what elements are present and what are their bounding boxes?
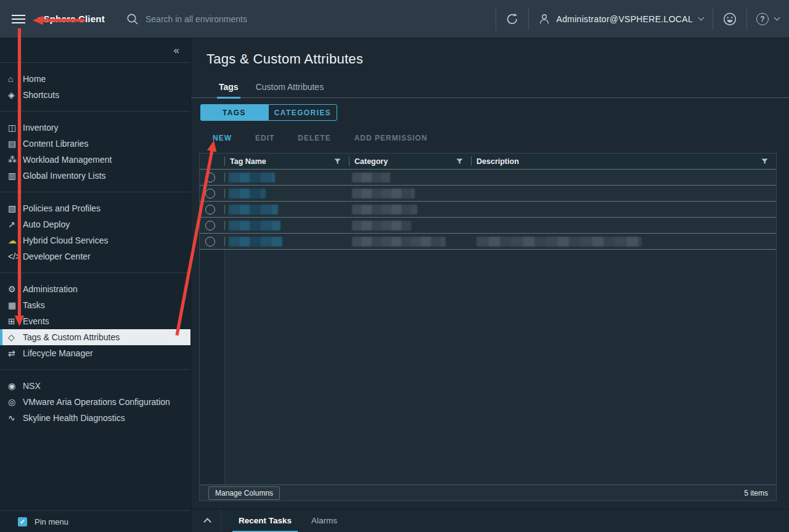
tasks-tab-recent-tasks[interactable]: Recent Tasks (229, 509, 301, 532)
refresh-button[interactable] (505, 12, 519, 26)
sidebar-item-label: Home (23, 74, 46, 84)
sidebar-group: ⌂Home◈Shortcuts (0, 63, 190, 111)
row-radio-button[interactable] (205, 173, 215, 182)
row-radio-button[interactable] (205, 189, 215, 198)
sidebar-item-tasks[interactable]: ▦Tasks (0, 297, 190, 313)
sidebar-item-global-inventory-lists[interactable]: ▥Global Inventory Lists (0, 168, 190, 184)
edit-button: EDIT (255, 134, 274, 142)
pin-menu-checkbox[interactable]: ✓ (18, 517, 27, 526)
divider (496, 8, 496, 30)
sidebar-item-hybrid-cloud-services[interactable]: ☁Hybrid Cloud Services (0, 232, 190, 248)
hybrid-cloud-icon: ☁ (8, 235, 23, 245)
table-row[interactable] (200, 170, 776, 186)
sidebar-item-label: NSX (23, 381, 41, 391)
divider (221, 509, 221, 532)
sidebar-group: ◫Inventory▤Content Libraries⁂Workload Ma… (0, 112, 190, 192)
sidebar-item-events[interactable]: ⊞Events (0, 313, 190, 329)
redacted-tag-name (229, 237, 283, 247)
hamburger-menu-icon[interactable] (12, 12, 25, 26)
events-calendar-icon: ⊞ (8, 316, 23, 326)
sidebar-item-workload-management[interactable]: ⁂Workload Management (0, 152, 190, 168)
sidebar-item-label: Policies and Profiles (23, 203, 100, 213)
table-row[interactable] (200, 186, 776, 202)
main-tab-strip: TagsCustom Attributes (191, 80, 789, 98)
sidebar-item-shortcuts[interactable]: ◈Shortcuts (0, 87, 190, 103)
inventory-icon: ◫ (8, 123, 23, 133)
chevron-down-icon (698, 15, 705, 21)
column-header-description[interactable]: Description (471, 153, 776, 169)
sidebar-item-skyline-health-diagnostics[interactable]: ∿Skyline Health Diagnostics (0, 410, 190, 426)
sidebar-item-vmware-aria-operations-configuration[interactable]: ◎VMware Aria Operations Configuration (0, 394, 190, 410)
column-label: Category (354, 157, 388, 166)
new-button[interactable]: NEW (213, 134, 232, 142)
sidebar-item-nsx[interactable]: ◉NSX (0, 378, 190, 394)
redacted-category (352, 173, 390, 182)
vsphere-client-window: vSphere Client Search in all environment… (0, 0, 789, 532)
row-radio-button[interactable] (205, 221, 215, 231)
column-separator (349, 157, 350, 166)
sidebar-item-label: Events (23, 316, 49, 326)
sidebar-item-label: Content Libraries (23, 139, 89, 149)
column-header-tag-name[interactable]: Tag Name (224, 153, 349, 169)
feedback-button[interactable] (722, 12, 737, 27)
tab-tags[interactable]: Tags (219, 80, 239, 97)
policies-profiles-icon: ▧ (8, 203, 23, 213)
collapse-sidebar-icon[interactable]: « (174, 45, 179, 55)
tab-custom-attributes[interactable]: Custom Attributes (256, 80, 324, 97)
redacted-category (352, 237, 446, 247)
manage-columns-button[interactable]: Manage Columns (208, 486, 280, 500)
search-placeholder: Search in all environments (145, 14, 247, 24)
sidebar-item-home[interactable]: ⌂Home (0, 71, 190, 87)
column-header-category[interactable]: Category (349, 153, 471, 169)
filter-icon[interactable] (456, 158, 463, 165)
row-separator (224, 205, 225, 214)
auto-deploy-icon: ↗ (8, 219, 23, 229)
table-row[interactable] (200, 218, 776, 234)
row-separator (224, 221, 225, 230)
search-input[interactable]: Search in all environments (126, 0, 247, 38)
help-menu[interactable]: ? (756, 13, 779, 25)
table-footer: Manage Columns 5 items (200, 485, 776, 501)
divider (713, 8, 713, 30)
filter-icon[interactable] (334, 158, 341, 165)
user-icon (538, 13, 550, 25)
sidebar-item-content-libraries[interactable]: ▤Content Libraries (0, 136, 190, 152)
selector-column-header (200, 153, 224, 169)
sidebar-item-label: Skyline Health Diagnostics (23, 413, 125, 423)
pin-menu-label: Pin menu (35, 517, 68, 526)
sidebar: « ⌂Home◈Shortcuts◫Inventory▤Content Libr… (0, 38, 191, 532)
redacted-category (352, 205, 417, 215)
row-radio-button[interactable] (205, 237, 215, 247)
divider (528, 8, 529, 30)
developer-center-icon: </> (8, 252, 23, 261)
tasks-tab-alarms[interactable]: Alarms (301, 509, 347, 532)
tasks-bar-tabs: Recent TasksAlarms (229, 509, 347, 532)
pin-menu-row: ✓ Pin menu (0, 510, 190, 532)
add-permission-button: ADD PERMISSION (354, 134, 428, 142)
sidebar-item-tags-custom-attributes[interactable]: ◇Tags & Custom Attributes (0, 329, 190, 345)
shortcuts-icon: ◈ (8, 90, 23, 100)
table-row[interactable] (200, 202, 776, 218)
table-empty-area (200, 250, 776, 485)
sidebar-item-developer-center[interactable]: </>Developer Center (0, 248, 190, 264)
sidebar-item-policies-and-profiles[interactable]: ▧Policies and Profiles (0, 200, 190, 216)
sidebar-item-auto-deploy[interactable]: ↗Auto Deploy (0, 216, 190, 232)
sidebar-item-label: VMware Aria Operations Configuration (23, 397, 170, 407)
sidebar-item-label: Auto Deploy (23, 219, 70, 229)
toggle-tags-button[interactable]: TAGS (200, 104, 268, 121)
workload-management-icon: ⁂ (8, 155, 23, 165)
expand-panel-chevron-icon[interactable] (203, 518, 211, 526)
sidebar-item-inventory[interactable]: ◫Inventory (0, 120, 190, 136)
sidebar-item-label: Hybrid Cloud Services (23, 235, 108, 245)
toggle-categories-button[interactable]: CATEGORIES (268, 104, 337, 121)
column-label: Tag Name (230, 157, 266, 166)
redacted-category (352, 189, 415, 198)
row-radio-button[interactable] (205, 205, 215, 215)
sidebar-item-lifecycle-manager[interactable]: ⇄Lifecycle Manager (0, 345, 190, 361)
user-menu[interactable]: Administrator@VSPHERE.LOCAL (538, 13, 704, 25)
redacted-tag-name (229, 189, 266, 198)
sidebar-item-administration[interactable]: ⚙Administration (0, 281, 190, 297)
filter-icon[interactable] (761, 158, 768, 165)
table-row[interactable] (200, 234, 776, 250)
tags-table: Tag NameCategoryDescription Manage Colum… (199, 153, 777, 501)
